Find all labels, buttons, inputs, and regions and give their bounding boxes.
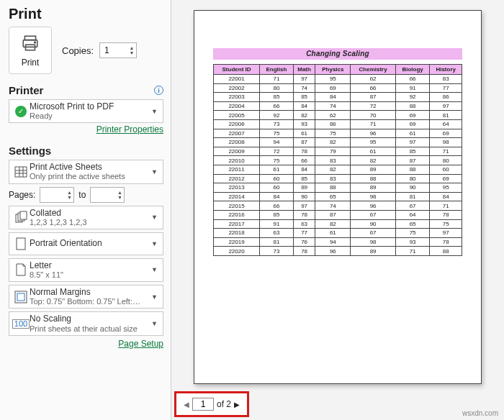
table-header: Chemistry [351, 65, 396, 75]
spinner-arrows[interactable]: ▲▼ [127, 45, 136, 55]
pages-to-input[interactable]: ▲▼ [90, 187, 125, 203]
table-row: 22008948782959798 [214, 138, 462, 147]
panel-title: Print [9, 6, 163, 22]
print-what-dropdown[interactable]: Print Active Sheets Only print the activ… [9, 160, 163, 183]
table-row: 22001719795626683 [214, 75, 462, 84]
table-row: 22019817694989378 [214, 237, 462, 247]
svg-point-3 [35, 42, 36, 43]
next-page-button[interactable]: ▶ [234, 401, 240, 408]
table-row: 22009727879618571 [214, 147, 462, 156]
svg-rect-11 [20, 211, 27, 219]
printer-section-head: Printer i [9, 84, 163, 96]
margins-dropdown[interactable]: Normal Margins Top: 0.75" Bottom: 0.75" … [9, 285, 163, 309]
orientation-dropdown[interactable]: Portrait Orientation ▼ [9, 232, 163, 255]
preview-page: Changing Scaling Student IDEnglishMathPh… [194, 10, 482, 384]
scaling-dropdown[interactable]: 100 No Scaling Print sheets at their act… [9, 311, 163, 335]
printer-dropdown[interactable]: ✓ Microsoft Print to PDF Ready ▼ [9, 99, 163, 123]
svg-rect-13 [15, 291, 27, 303]
print-left-panel: Print Print Copies: 1 ▲▼ Printer i [0, 0, 171, 420]
table-row: 22012608583888069 [214, 174, 462, 183]
table-row: 22016857887676478 [214, 210, 462, 219]
table-row: 22004668474728897 [214, 101, 462, 111]
copies-value: 1 [104, 45, 127, 55]
settings-section-head: Settings [9, 145, 163, 157]
table-header: Physics [315, 65, 351, 75]
table-header: Student ID [214, 65, 260, 75]
print-top-row: Print Copies: 1 ▲▼ [9, 27, 163, 74]
svg-rect-12 [17, 238, 25, 250]
table-row: 22010756683828780 [214, 156, 462, 165]
page-navigator: ◀ of 2 ▶ [174, 391, 249, 417]
settings-section-label: Settings [9, 145, 51, 157]
table-row: 22017916382906575 [214, 219, 462, 229]
table-row: 22015669774966771 [214, 201, 462, 211]
settings-stack: Print Active Sheets Only print the activ… [9, 160, 163, 348]
page-of-label: of 2 [217, 399, 231, 409]
prev-page-button[interactable]: ◀ [184, 401, 189, 408]
printer-icon [21, 34, 40, 55]
table-header: History [430, 65, 462, 75]
watermark: wsxdn.com [462, 409, 498, 417]
collated-dropdown[interactable]: Collated 1,2,3 1,2,3 1,2,3 ▼ [9, 206, 163, 229]
print-preview-panel: Changing Scaling Student IDEnglishMathPh… [171, 0, 504, 420]
printer-section-label: Printer [9, 84, 43, 96]
page-setup-link[interactable]: Page Setup [118, 339, 163, 349]
copies-input[interactable]: 1 ▲▼ [99, 42, 137, 58]
chevron-down-icon: ▼ [149, 108, 160, 115]
print-button-label: Print [22, 58, 40, 68]
margins-icon [12, 291, 30, 303]
table-row: 22002807469669177 [214, 83, 462, 93]
copies-control: Copies: 1 ▲▼ [62, 42, 137, 58]
chevron-down-icon: ▼ [149, 240, 160, 247]
table-row: 22014849065988184 [214, 192, 462, 201]
pages-label: Pages: [9, 190, 35, 200]
table-row: 22005928262706981 [214, 111, 462, 120]
printer-properties-link[interactable]: Printer Properties [96, 124, 163, 134]
printer-status: Ready [30, 111, 149, 120]
preview-table: Student IDEnglishMathPhysicsChemistryBio… [213, 64, 462, 256]
paper-icon [12, 263, 30, 276]
sheets-icon [12, 165, 30, 178]
svg-rect-4 [15, 167, 27, 177]
page-number-input[interactable] [192, 398, 214, 411]
pages-to-label: to [78, 190, 86, 200]
table-row: 22003858584879286 [214, 93, 462, 102]
table-row: 22018637761677597 [214, 229, 462, 238]
chevron-down-icon: ▼ [149, 168, 160, 175]
table-header: Biology [395, 65, 429, 75]
chevron-down-icon: ▼ [149, 320, 160, 327]
preview-area: Changing Scaling Student IDEnglishMathPh… [171, 0, 504, 420]
table-row: 22020737896897188 [214, 247, 462, 256]
scaling-icon: 100 [12, 319, 30, 329]
pages-from-input[interactable]: ▲▼ [40, 187, 74, 203]
copies-label: Copies: [62, 45, 94, 56]
table-row: 22011618482898860 [214, 165, 462, 174]
chevron-down-icon: ▼ [149, 293, 160, 301]
svg-rect-14 [17, 293, 24, 301]
table-row: 22013608988899095 [214, 183, 462, 193]
chevron-down-icon: ▼ [149, 214, 160, 221]
print-button[interactable]: Print [9, 27, 52, 74]
paper-dropdown[interactable]: Letter 8.5" x 11" ▼ [9, 258, 163, 282]
pages-row: Pages: ▲▼ to ▲▼ [9, 187, 163, 203]
info-icon[interactable]: i [154, 86, 163, 95]
table-row: 22007756175966169 [214, 129, 462, 138]
collated-icon [12, 211, 30, 224]
printer-status-icon: ✓ [12, 106, 30, 117]
chevron-down-icon: ▼ [149, 266, 160, 273]
table-header: Math [293, 65, 315, 75]
preview-title: Changing Scaling [213, 48, 462, 60]
printer-name: Microsoft Print to PDF [30, 102, 149, 111]
table-row: 22006739386716964 [214, 119, 462, 129]
table-header: English [260, 65, 294, 75]
portrait-icon [12, 237, 30, 250]
